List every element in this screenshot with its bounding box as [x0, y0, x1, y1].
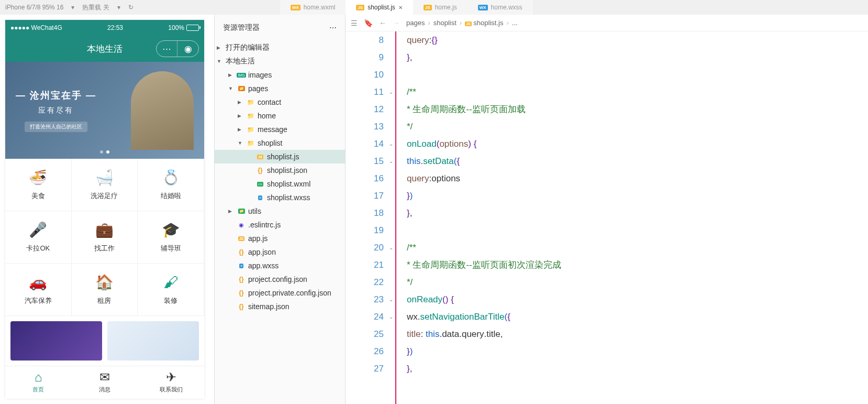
section-opened-editors[interactable]: ▶ 打开的编辑器: [215, 41, 345, 54]
list-icon[interactable]: ☰: [351, 19, 358, 27]
menu-icon[interactable]: ⋯: [157, 41, 177, 57]
tree-item[interactable]: ▼📁shoplist: [215, 136, 345, 150]
more-icon[interactable]: ⋯: [329, 24, 337, 32]
fold-icon[interactable]: ⌄: [389, 297, 393, 302]
simulator-panel: ●●●●● WeChat4G 22:53 100% 本地生活 ⋯ ◉ — 沧州宝…: [0, 15, 215, 404]
category-icon: 💍: [162, 169, 179, 186]
category-icon: 🖌: [162, 274, 179, 291]
file-icon: {}: [237, 248, 246, 256]
file-icon: {}: [237, 302, 246, 311]
banner-tag: 打造沧州人自己的社区: [25, 122, 87, 132]
file-icon: JS: [356, 5, 364, 10]
explorer-panel: 资源管理器 ⋯ ▶ 打开的编辑器 ▼ 本地生活 ▶IMGimages▼📁page…: [215, 15, 346, 404]
tabbar-item[interactable]: ⌂首页: [5, 366, 72, 397]
banner-headline: — 沧州宝在手 —: [16, 89, 96, 102]
tree-item[interactable]: ≡app.wxss: [215, 259, 345, 272]
category-icon: 🍜: [30, 169, 47, 186]
tree-item[interactable]: ▶📁message: [215, 123, 345, 136]
tree-item[interactable]: ▶IMGimages: [215, 68, 345, 82]
phone-navbar: 本地生活 ⋯ ◉: [5, 36, 204, 62]
category-item[interactable]: 🎤卡拉OK: [5, 211, 72, 264]
promo-card[interactable]: [10, 321, 102, 361]
section-project[interactable]: ▼ 本地生活: [215, 54, 345, 68]
tree-item[interactable]: ▶📁contact: [215, 95, 345, 109]
tree-item[interactable]: {}app.json: [215, 245, 345, 259]
file-icon: ◉: [237, 221, 246, 229]
category-item[interactable]: 🏠租房: [72, 264, 138, 316]
close-icon[interactable]: ✕: [398, 5, 403, 10]
banner-image: [131, 71, 194, 150]
banner[interactable]: — 沧州宝在手 — 应有尽有 打造沧州人自己的社区: [5, 62, 204, 159]
tabbar-item[interactable]: ✉消息: [72, 366, 138, 397]
category-item[interactable]: 🛁洗浴足疗: [72, 159, 138, 211]
file-icon: {}: [256, 166, 264, 174]
refresh-icon[interactable]: ↻: [128, 4, 133, 11]
bookmark-icon[interactable]: 🔖: [364, 19, 373, 27]
file-icon: 📁: [237, 207, 246, 215]
tree-item[interactable]: {}sitemap.json: [215, 300, 345, 313]
tree-item[interactable]: {}project.config.json: [215, 272, 345, 286]
file-icon: JS: [465, 21, 472, 26]
phone-statusbar: ●●●●● WeChat4G 22:53 100%: [5, 20, 204, 36]
device-label[interactable]: iPhone 6/7/8 95% 16: [5, 4, 63, 11]
category-item[interactable]: 🚗汽车保养: [5, 264, 72, 316]
category-label: 结婚啦: [161, 191, 181, 201]
file-icon: JS: [424, 5, 432, 10]
category-label: 卡拉OK: [26, 244, 50, 253]
editor-tab[interactable]: JShome.js: [413, 0, 468, 15]
category-icon: 🎓: [162, 222, 179, 238]
fold-icon[interactable]: ⌄: [389, 158, 393, 164]
tree-item[interactable]: ◉.eslintrc.js: [215, 218, 345, 232]
tab-label: 消息: [99, 386, 110, 394]
category-icon: 🎤: [30, 222, 47, 238]
category-icon: 💼: [96, 222, 113, 238]
category-label: 找工作: [94, 244, 115, 253]
category-icon: 🏠: [96, 274, 113, 291]
category-item[interactable]: 💼找工作: [72, 211, 138, 264]
category-item[interactable]: 🎓辅导班: [138, 211, 204, 264]
tree-item[interactable]: JSshoplist.js: [215, 150, 345, 163]
category-icon: 🛁: [96, 169, 113, 186]
fold-icon[interactable]: ⌄: [389, 314, 393, 320]
tree-item[interactable]: ≡shoplist.wxss: [215, 191, 345, 204]
fold-icon[interactable]: ⌄: [389, 245, 393, 250]
editor-tab[interactable]: JSshoplist.js✕: [346, 0, 413, 15]
forward-icon[interactable]: →: [393, 19, 400, 27]
file-icon: ≡: [256, 193, 264, 202]
tree-item[interactable]: {}project.private.config.json: [215, 286, 345, 300]
hotreload-label[interactable]: 热重载 关: [82, 3, 109, 12]
file-icon: {}: [237, 275, 246, 283]
file-icon: ≡: [237, 261, 246, 270]
category-item[interactable]: 🍜美食: [5, 159, 72, 211]
fold-icon[interactable]: ⌄: [389, 141, 393, 147]
carrier-label: ●●●●● WeChat4G: [10, 24, 62, 31]
tree-item[interactable]: ▶📁home: [215, 109, 345, 123]
promo-card[interactable]: [107, 321, 199, 361]
file-icon: IMG: [237, 71, 246, 79]
category-item[interactable]: 🖌装修: [138, 264, 204, 316]
tree-item[interactable]: {}shoplist.json: [215, 163, 345, 177]
category-item[interactable]: 💍结婚啦: [138, 159, 204, 211]
category-label: 汽车保养: [25, 296, 52, 305]
breadcrumb[interactable]: pages›shoplist›JS shoplist.js›...: [406, 19, 518, 27]
fold-icon[interactable]: ⌄: [389, 89, 393, 95]
tree-item[interactable]: ▼📁pages: [215, 82, 345, 95]
editor-toolbar: ☰ 🔖 ← → pages›shoplist›JS shoplist.js›..…: [346, 15, 868, 31]
code-area[interactable]: 891011⌄121314⌄15⌄1617181920⌄212223⌄24⌄25…: [346, 31, 868, 404]
back-icon[interactable]: ←: [379, 19, 386, 27]
file-icon: 📁: [247, 125, 255, 134]
file-icon: {}: [237, 289, 246, 297]
tabbar-item[interactable]: ✈联系我们: [138, 366, 204, 397]
promo-row: [5, 316, 204, 366]
file-icon: JS: [256, 152, 264, 161]
capsule-menu[interactable]: ⋯ ◉: [156, 40, 199, 57]
tab-icon: ✉: [99, 370, 110, 385]
gutter: 891011⌄121314⌄15⌄1617181920⌄212223⌄24⌄25…: [346, 31, 395, 404]
tree-item[interactable]: JSapp.js: [215, 232, 345, 245]
tree-item[interactable]: <>shoplist.wxml: [215, 177, 345, 191]
file-icon: WX: [478, 5, 488, 10]
target-icon[interactable]: ◉: [177, 41, 198, 57]
editor-tab[interactable]: WXhome.wxss: [468, 0, 533, 15]
tree-item[interactable]: ▶📁utils: [215, 204, 345, 218]
editor-tab[interactable]: WXhome.wxml: [280, 0, 346, 15]
